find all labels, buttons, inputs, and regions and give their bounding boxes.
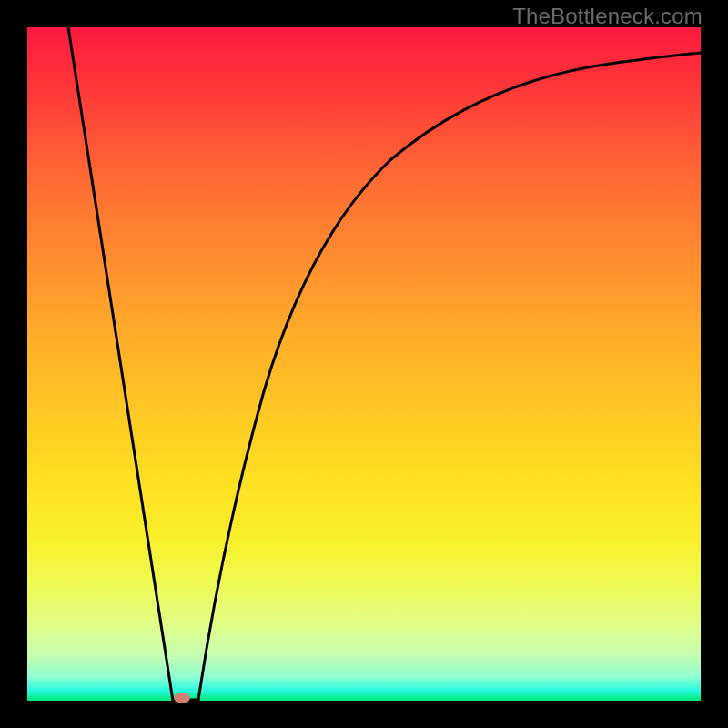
plot-area xyxy=(27,27,701,701)
chart-frame: TheBottleneck.com xyxy=(0,0,728,728)
optimal-point-marker xyxy=(174,693,190,703)
curve-right-ascent xyxy=(198,53,701,700)
watermark-text: TheBottleneck.com xyxy=(512,4,703,29)
curve-left-descent xyxy=(68,27,173,701)
bottleneck-curve xyxy=(27,27,701,701)
